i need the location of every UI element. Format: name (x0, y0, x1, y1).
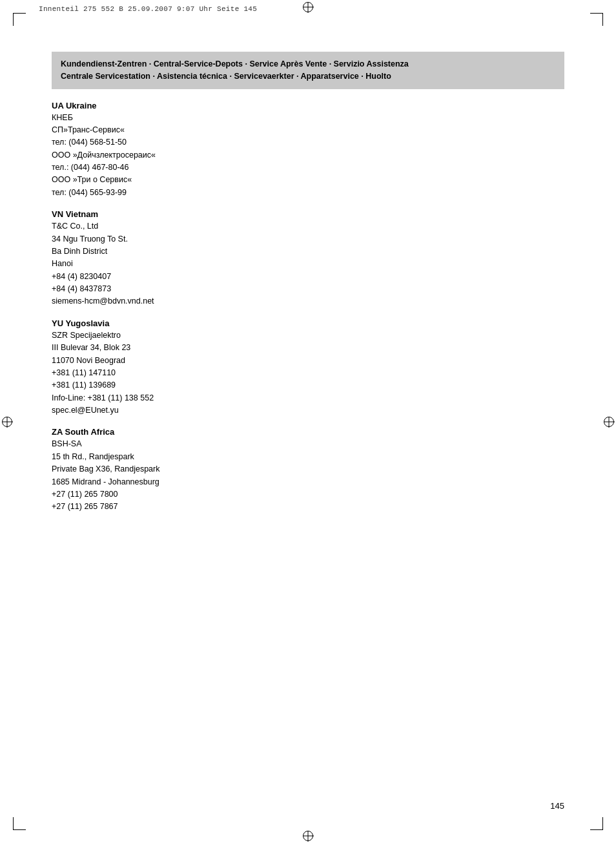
reg-mark-left (2, 417, 12, 427)
header-box: Kundendienst-Zentren · Central-Service-D… (52, 52, 564, 89)
country-section-vn: VN VietnamT&C Co., Ltd34 Ngu Truong To S… (52, 209, 564, 308)
country-section-za: ZA South AfricaBSH-SA15 th Rd., Randjesp… (52, 427, 564, 513)
detail-line: тел: (044) 568-51-50 (52, 136, 564, 149)
detail-line: +27 (11) 265 7867 (52, 501, 564, 513)
detail-line: СП»Транс-Сервис« (52, 124, 564, 136)
detail-line: III Bulevar 34, Blok 23 (52, 342, 564, 354)
detail-line: ООО »Три о Сервис« (52, 174, 564, 186)
detail-line: тел: (044) 565-93-99 (52, 187, 564, 199)
country-list: UA UkraineКНЕБСП»Транс-Сервис«тел: (044)… (52, 101, 564, 514)
header-line2: Centrale Servicestation · Asistencia téc… (61, 70, 555, 83)
page: Innenteil 275 552 B 25.09.2007 9:07 Uhr … (0, 0, 616, 843)
detail-line: тел.: (044) 467-80-46 (52, 161, 564, 174)
reg-mark-bottom (303, 831, 313, 841)
detail-line: +84 (4) 8437873 (52, 283, 564, 295)
detail-line: BSH-SA (52, 438, 564, 450)
detail-line: siemens-hcm@bdvn.vnd.net (52, 295, 564, 307)
country-heading-vn: VN Vietnam (52, 209, 564, 219)
detail-line: КНЕБ (52, 112, 564, 124)
detail-line: Info-Line: +381 (11) 138 552 (52, 392, 564, 404)
country-details-za: BSH-SA15 th Rd., RandjesparkPrivate Bag … (52, 438, 564, 513)
country-heading-za: ZA South Africa (52, 427, 564, 437)
country-details-vn: T&C Co., Ltd34 Ngu Truong To St.Ba Dinh … (52, 220, 564, 308)
detail-line: +84 (4) 8230407 (52, 271, 564, 283)
country-details-ua: КНЕБСП»Транс-Сервис«тел: (044) 568-51-50… (52, 112, 564, 200)
country-heading-yu: YU Yugoslavia (52, 318, 564, 328)
reg-mark-top (303, 2, 313, 12)
detail-line: ООО »Дойчзлектросераис« (52, 149, 564, 161)
detail-line: +27 (11) 265 7800 (52, 488, 564, 501)
corner-mark-tr (590, 13, 603, 26)
detail-line: 11070 Novi Beograd (52, 355, 564, 367)
detail-line: Hanoi (52, 258, 564, 270)
detail-line: spec.el@EUnet.yu (52, 404, 564, 417)
corner-mark-bl (13, 817, 26, 830)
detail-line: SZR Specijaelektro (52, 329, 564, 342)
corner-mark-br (590, 817, 603, 830)
detail-line: 15 th Rd., Randjespark (52, 451, 564, 463)
detail-line: 34 Ngu Truong To St. (52, 233, 564, 245)
page-number: 145 (550, 801, 564, 811)
reg-mark-right (604, 417, 614, 427)
country-section-yu: YU YugoslaviaSZR SpecijaelektroIII Bulev… (52, 318, 564, 417)
country-section-ua: UA UkraineКНЕБСП»Транс-Сервис«тел: (044)… (52, 101, 564, 200)
detail-line: Ba Dinh District (52, 245, 564, 258)
main-content: Kundendienst-Zentren · Central-Service-D… (52, 52, 564, 791)
detail-line: Private Bag X36, Randjespark (52, 463, 564, 475)
detail-line: T&C Co., Ltd (52, 220, 564, 233)
country-details-yu: SZR SpecijaelektroIII Bulevar 34, Blok 2… (52, 329, 564, 417)
detail-line: 1685 Midrand - Johannesburg (52, 476, 564, 488)
detail-line: +381 (11) 139689 (52, 379, 564, 391)
print-header-text: Innenteil 275 552 B 25.09.2007 9:07 Uhr … (39, 5, 257, 13)
print-header: Innenteil 275 552 B 25.09.2007 9:07 Uhr … (39, 5, 257, 13)
detail-line: +381 (11) 147110 (52, 367, 564, 379)
header-line1: Kundendienst-Zentren · Central-Service-D… (61, 58, 555, 70)
country-heading-ua: UA Ukraine (52, 101, 564, 110)
corner-mark-tl (13, 13, 26, 26)
